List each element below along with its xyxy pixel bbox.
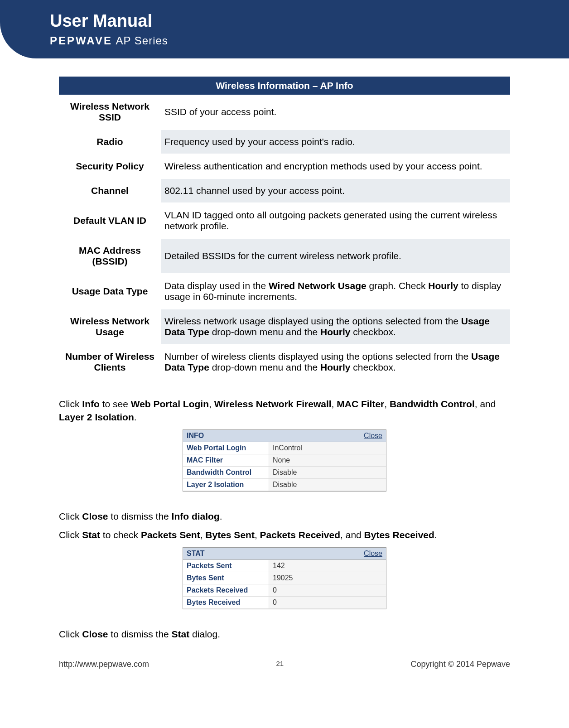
body-paragraph: Click Info to see Web Portal Login, Wire… xyxy=(59,397,510,424)
row-desc: Frequency used by your access point's ra… xyxy=(161,130,510,154)
row-label: MAC Address (BSSID) xyxy=(59,239,161,273)
row-label: Channel xyxy=(59,179,161,202)
dialog-key: Bytes Sent xyxy=(183,572,269,584)
close-link[interactable]: Close xyxy=(364,550,382,558)
dialog-title: STAT xyxy=(187,550,204,558)
close-link[interactable]: Close xyxy=(364,432,382,440)
body-paragraph: Click Close to dismiss the Stat dialog. xyxy=(59,627,510,641)
footer-copyright: Copyright © 2014 Pepwave xyxy=(411,660,510,669)
body-paragraph: Click Close to dismiss the Info dialog. xyxy=(59,510,510,523)
page-footer: http://www.pepwave.com 21 Copyright © 20… xyxy=(0,646,569,696)
body-paragraph: Click Stat to check Packets Sent, Bytes … xyxy=(59,528,510,541)
page-number: 21 xyxy=(276,660,284,669)
row-desc: Data display used in the Wired Network U… xyxy=(161,274,510,309)
row-label: Usage Data Type xyxy=(59,274,161,309)
info-dialog: INFO Close Web Portal LoginInControl MAC… xyxy=(183,429,386,492)
doc-title: User Manual xyxy=(50,11,553,31)
dialog-key: Bytes Received xyxy=(183,597,269,608)
row-label: Wireless Network SSID xyxy=(59,95,161,129)
dialog-key: MAC Filter xyxy=(183,454,269,466)
dialog-val: Disable xyxy=(269,467,386,478)
footer-url: http://www.pepwave.com xyxy=(59,660,149,669)
row-label: Security Policy xyxy=(59,154,161,178)
row-desc: Wireless authentication and encryption m… xyxy=(161,154,510,178)
dialog-key: Layer 2 Isolation xyxy=(183,479,269,491)
dialog-key: Packets Received xyxy=(183,584,269,596)
row-desc: VLAN ID tagged onto all outgoing packets… xyxy=(161,203,510,238)
dialog-title: INFO xyxy=(187,432,204,440)
dialog-val: InControl xyxy=(269,442,386,454)
dialog-val: 142 xyxy=(269,560,386,572)
dialog-val: None xyxy=(269,454,386,466)
dialog-val: Disable xyxy=(269,479,386,491)
dialog-val: 0 xyxy=(269,597,386,608)
row-desc: 802.11 channel used by your access point… xyxy=(161,179,510,202)
row-desc: Number of wireless clients displayed usi… xyxy=(161,345,510,379)
row-label: Wireless Network Usage xyxy=(59,309,161,344)
row-label: Radio xyxy=(59,130,161,154)
row-desc: Wireless network usage displayed using t… xyxy=(161,309,510,344)
row-label: Number of Wireless Clients xyxy=(59,345,161,379)
doc-subtitle: PEPWAVE AP Series xyxy=(50,34,553,47)
dialog-val: 19025 xyxy=(269,572,386,584)
stat-dialog: STAT Close Packets Sent142 Bytes Sent190… xyxy=(183,547,386,609)
info-table: Wireless Network SSID SSID of your acces… xyxy=(59,95,510,379)
dialog-val: 0 xyxy=(269,584,386,596)
row-label: Default VLAN ID xyxy=(59,203,161,238)
row-desc: Detailed BSSIDs for the current wireless… xyxy=(161,239,510,273)
table-title: Wireless Information – AP Info xyxy=(59,77,510,95)
dialog-key: Web Portal Login xyxy=(183,442,269,454)
page-header: User Manual PEPWAVE AP Series xyxy=(0,0,569,58)
row-desc: SSID of your access point. xyxy=(161,95,510,129)
dialog-key: Packets Sent xyxy=(183,560,269,572)
dialog-key: Bandwidth Control xyxy=(183,467,269,478)
